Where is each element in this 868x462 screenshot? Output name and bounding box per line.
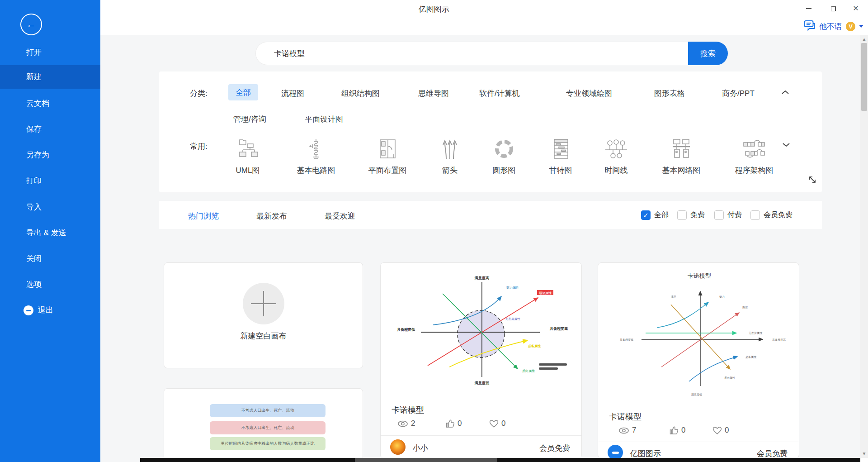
sidebar-item-exit[interactable]: 退出: [0, 301, 100, 319]
gantt-chart-icon: [531, 137, 590, 160]
favorites-stat[interactable]: 0: [712, 426, 729, 435]
favorites-count: 0: [501, 419, 505, 428]
svg-text:魅力属性: 魅力属性: [506, 286, 519, 289]
author-name[interactable]: 亿图图示: [630, 448, 661, 459]
network-diagram-icon: [652, 137, 711, 160]
filter-label: 付费: [727, 210, 742, 220]
scroll-up-icon[interactable]: ▲: [860, 37, 868, 42]
sidebar-item-cloud[interactable]: 云文档: [0, 95, 100, 113]
scroll-down-icon[interactable]: ▼: [860, 451, 868, 456]
svg-text:反向属性: 反向属性: [724, 376, 736, 379]
sidebar-item-print[interactable]: 打印: [0, 172, 100, 190]
close-button[interactable]: ✕: [848, 3, 863, 14]
price-badge: 会员免费: [539, 443, 570, 453]
filter-member-free[interactable]: 会员免费: [750, 210, 793, 220]
template-gantt[interactable]: 甘特图: [531, 137, 590, 176]
thumbs-up-icon: [670, 426, 679, 435]
category-flowchart[interactable]: 流程图: [281, 88, 304, 99]
minimize-button[interactable]: [801, 3, 816, 14]
template-circular[interactable]: 圆形图: [475, 137, 533, 176]
svg-text:反向属性: 反向属性: [522, 369, 535, 372]
horizontal-scrollbar[interactable]: [140, 458, 860, 462]
tab-popular[interactable]: 最受欢迎: [325, 211, 355, 221]
circular-diagram-icon: [475, 137, 533, 160]
template-label: 圆形图: [475, 165, 533, 176]
checkbox-checked-icon[interactable]: ✓: [641, 210, 651, 220]
sidebar-item-import[interactable]: 导入: [0, 198, 100, 216]
category-business[interactable]: 商务/PPT: [722, 88, 755, 99]
category-all[interactable]: 全部: [228, 84, 258, 100]
template-timeline[interactable]: 时间线: [587, 137, 646, 176]
resize-panel-icon[interactable]: [808, 176, 816, 186]
template-floorplan[interactable]: 平面布置图: [358, 137, 417, 176]
template-circuit[interactable]: 基本电路图: [287, 137, 345, 176]
tab-hot[interactable]: 热门浏览: [188, 211, 219, 221]
category-management[interactable]: 管理/咨询: [233, 114, 266, 124]
filter-all[interactable]: ✓ 全部: [641, 210, 669, 220]
checkbox-icon[interactable]: [677, 210, 687, 220]
back-button[interactable]: ←: [20, 14, 42, 35]
sidebar-item-open[interactable]: 打开: [0, 43, 100, 62]
restore-button[interactable]: [826, 3, 841, 14]
sidebar-item-save-as[interactable]: 另存为: [0, 146, 100, 164]
diagram-bar: 不考虑人口出生、死亡、流动: [210, 421, 326, 434]
svg-text:满意度低: 满意度低: [691, 393, 702, 396]
account-chevron-down-icon[interactable]: [859, 25, 863, 28]
sidebar-item-save[interactable]: 保存: [0, 120, 100, 138]
template-uml[interactable]: UML图: [218, 137, 277, 176]
sidebar: ← 打开 新建 云文档 保存 另存为 打印 导入 导出 & 发送 关闭 选项 退…: [0, 0, 100, 462]
plus-icon[interactable]: [243, 283, 284, 324]
template-card-kano-2[interactable]: 卡诺模型 具备程度低 具备程度高 满意度低 满意 魅力 期望 无差异属性 反向属…: [598, 262, 799, 458]
likes-stat[interactable]: 0: [446, 419, 462, 428]
messages-icon[interactable]: [804, 20, 816, 33]
vertical-scrollbar-thumb[interactable]: [861, 43, 867, 111]
username[interactable]: 他不语: [819, 21, 842, 32]
svg-text:无差异属性: 无差异属性: [749, 331, 763, 335]
template-arrows[interactable]: 箭头: [420, 137, 479, 176]
svg-text:具备程度高: 具备程度高: [772, 338, 786, 342]
checkbox-icon[interactable]: [714, 210, 724, 220]
template-architecture[interactable]: 程序架构图: [725, 137, 783, 176]
minimize-icon: [806, 8, 811, 9]
horizontal-scrollbar-thumb[interactable]: [355, 458, 497, 462]
category-mindmap[interactable]: 思维导图: [418, 88, 449, 99]
filter-label: 全部: [654, 210, 669, 220]
sidebar-item-new[interactable]: 新建: [0, 65, 100, 89]
category-software[interactable]: 软件/计算机: [479, 88, 520, 99]
likes-stat[interactable]: 0: [670, 426, 685, 435]
category-orgchart[interactable]: 组织结构图: [341, 88, 380, 99]
app-window: 亿图图示 ✕ 他不语 V ← 打开 新建 云文档 保存 另存为 打印 导入: [0, 0, 868, 462]
title-bar: 亿图图示 ✕: [0, 0, 868, 17]
tab-newest[interactable]: 最新发布: [256, 211, 287, 221]
template-card-kano-1[interactable]: 满意度高 满意度低 具备程度低 具备程度高 期望属性 反向属性 魅力属性 无差异…: [380, 262, 582, 458]
circuit-diagram-icon: [287, 137, 345, 160]
svg-text:具备程度高: 具备程度高: [549, 326, 568, 331]
search-input[interactable]: [255, 42, 688, 65]
sidebar-item-export[interactable]: 导出 & 发送: [0, 224, 100, 242]
category-professional[interactable]: 专业领域绘图: [566, 88, 612, 99]
svg-text:满意度低: 满意度低: [474, 381, 489, 385]
category-graphic-design[interactable]: 平面设计图: [305, 114, 343, 124]
sidebar-item-options[interactable]: 选项: [0, 276, 100, 294]
author-name[interactable]: 小小: [413, 443, 428, 453]
collapse-categories-chevron-up-icon[interactable]: [781, 89, 789, 96]
category-charts[interactable]: 图形表格: [654, 88, 685, 99]
template-card-partial[interactable]: 不考虑人口出生、死亡、流动 不考虑人口出生、死亡、流动 单位时间内从染病者中移出…: [164, 388, 363, 462]
template-network[interactable]: 基本网络图: [652, 137, 711, 176]
views-count: 7: [632, 426, 636, 435]
expand-templates-chevron-down-icon[interactable]: [782, 141, 790, 149]
search-button[interactable]: 搜索: [688, 42, 728, 65]
blank-canvas-card[interactable]: 新建空白画布: [164, 262, 363, 368]
sidebar-item-close[interactable]: 关闭: [0, 250, 100, 268]
svg-text:必备属性: 必备属性: [745, 356, 757, 359]
filter-paid[interactable]: 付费: [714, 210, 742, 220]
checkbox-icon[interactable]: [750, 210, 760, 220]
restore-icon: [831, 6, 836, 11]
filter-free[interactable]: 免费: [677, 210, 705, 220]
favorites-stat[interactable]: 0: [489, 419, 505, 428]
author-avatar[interactable]: [390, 439, 406, 455]
diagram-bar: 不考虑人口出生、死亡、流动: [210, 404, 326, 417]
window-title: 亿图图示: [0, 4, 868, 14]
template-label: 基本电路图: [287, 165, 345, 176]
svg-text:卡诺模型: 卡诺模型: [688, 272, 711, 279]
